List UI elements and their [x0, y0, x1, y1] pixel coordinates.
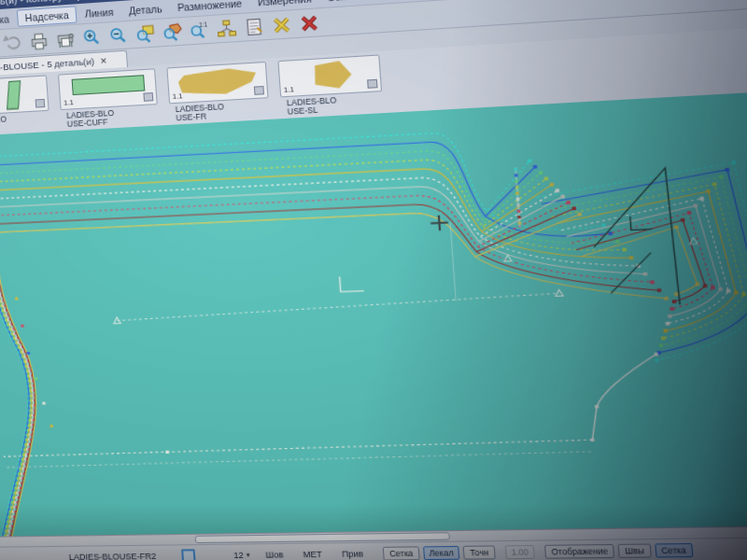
ruler-icon: [367, 79, 377, 89]
piece-scale: 1.1: [284, 85, 295, 94]
zoom-1-1-icon[interactable]: 1:1: [187, 19, 213, 41]
ruler-icon: [254, 86, 264, 95]
menu-item-6[interactable]: Эскиз: [319, 0, 362, 5]
status-label-0: Шов: [265, 550, 284, 560]
print-icon[interactable]: [26, 30, 51, 52]
ruler-icon: [35, 99, 46, 108]
piece-shape-collar: [7, 80, 21, 109]
piece-card-use-col[interactable]: 1.1LADIES-BLOUSE-COL: [0, 75, 50, 136]
toggle-button-2[interactable]: Точн: [463, 545, 495, 559]
piece-thumbnail[interactable]: 1.1: [277, 54, 382, 97]
plotter-icon[interactable]: [53, 28, 78, 50]
piece-card-use-sl[interactable]: 1.1LADIES-BLOUSE-SL: [277, 54, 383, 119]
status-labels: ШовМЕТПрив: [265, 549, 384, 560]
report-icon[interactable]: [241, 15, 267, 37]
toggle-button-0[interactable]: Сетка: [383, 546, 419, 560]
tab-close-icon[interactable]: ✕: [100, 56, 107, 66]
zoom-in-icon[interactable]: [79, 26, 105, 49]
menu-item-1[interactable]: Надсечка: [17, 6, 77, 26]
piece-shape-sleeve: [306, 61, 352, 91]
zoom-window-icon[interactable]: [133, 22, 158, 45]
piece-scale: 1.1: [63, 98, 74, 107]
status-button-2[interactable]: Сетка: [655, 543, 693, 558]
undo-icon[interactable]: [0, 31, 25, 53]
piece-card-use-fr[interactable]: 1.1LADIES-BLOUSE-FR: [166, 62, 270, 125]
zoom-out-icon[interactable]: [106, 24, 131, 47]
status-buttons: ОтображениеШвыСетка: [544, 545, 697, 557]
application-window: 5 деталь(и) - Конструктор ТочкаНадсечкаЛ…: [0, 0, 747, 560]
size-value: 12: [233, 551, 244, 560]
menu-item-2[interactable]: Линия: [78, 4, 120, 21]
piece-scale: 1.1: [172, 91, 182, 101]
toggle-button-1[interactable]: Лекал: [423, 546, 460, 560]
size-dropdown[interactable]: 12 ▾: [233, 551, 250, 560]
piece-thumbnail[interactable]: 1.1: [166, 62, 268, 104]
status-label-2: Прив: [342, 549, 364, 559]
piece-shape-front: [177, 67, 257, 97]
status-button-0[interactable]: Отображение: [544, 544, 614, 559]
delete-red-icon[interactable]: [296, 11, 322, 35]
photo-stage: G 5 деталь(и) - Конструктор ТочкаНадсечк…: [0, 0, 747, 560]
piece-shape-cuff: [72, 75, 146, 95]
scale-indicator: 1.00: [504, 545, 535, 559]
status-button-1[interactable]: Швы: [618, 543, 652, 557]
menu-item-5[interactable]: Измерения: [250, 0, 319, 9]
zoom-piece-icon[interactable]: [160, 21, 185, 43]
piece-checkbox[interactable]: [181, 549, 196, 560]
drawing-canvas[interactable]: [0, 83, 747, 547]
chevron-down-icon: ▾: [247, 552, 250, 559]
scheme-icon[interactable]: [214, 17, 240, 39]
piece-card-use-cuff[interactable]: 1.1LADIES-BLOUSE-CUFF: [58, 68, 159, 131]
status-toggles: СеткаЛекалТочн: [383, 548, 499, 559]
current-piece-name: LADIES-BLOUSE-FR2: [68, 552, 156, 560]
delete-yellow-icon[interactable]: [269, 13, 295, 35]
pattern-drawing: [0, 84, 747, 538]
menu-item-0[interactable]: Точка: [0, 10, 16, 28]
piece-thumbnail[interactable]: 1.1: [58, 68, 158, 110]
piece-thumbnail[interactable]: 1.1: [0, 75, 49, 116]
status-label-1: МЕТ: [303, 550, 322, 560]
menu-item-4[interactable]: Размножение: [170, 0, 249, 15]
ruler-icon: [143, 92, 153, 102]
menu-item-3[interactable]: Деталь: [121, 0, 169, 19]
